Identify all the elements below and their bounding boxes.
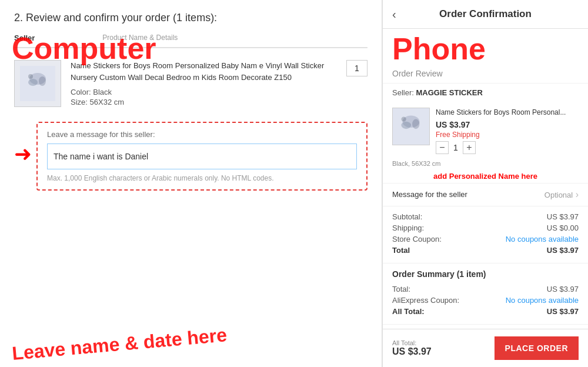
summary-total-row: Total: US $3.97 [392,285,579,293]
phone-product-image [392,108,430,145]
seller-label: Seller: [392,88,414,97]
phone-quantity: 1 [453,143,458,152]
svg-point-2 [28,79,38,86]
message-input[interactable]: The name i want is Daniel [47,144,357,169]
total-label: Total [392,246,410,255]
product-color: Color: Black [71,88,337,96]
left-panel: 2. Review and confirm your order (1 item… [0,0,382,367]
phone-product-price: US $3.97 [436,120,579,129]
subtotal-value: US $3.97 [547,212,579,221]
shipping-value: US $0.00 [547,223,579,232]
product-image-svg [20,66,55,101]
bottom-total-price: US $3.97 [392,346,432,357]
price-section: Subtotal: US $3.97 Shipping: US $0.00 St… [383,206,588,263]
summary-all-total-row: All Total: US $3.97 [392,307,579,316]
order-summary-header: Order Summary (1 item) [383,263,588,282]
svg-point-4 [28,74,33,79]
message-seller-label: Message for the seller [392,190,467,199]
seller-row: Seller: MAGGIE STICKER [383,83,588,102]
total-row: Total US $3.97 [392,246,579,255]
message-seller-row[interactable]: Message for the seller Optional › [383,183,588,206]
product-size: Size: 56X32 cm [71,98,337,106]
computer-annotation: Computer [12,31,156,66]
phone-product-info: Name Stickers for Boys Room Personal... … [436,108,579,154]
message-hint: Max. 1,000 English characters or Arabic … [47,174,357,182]
order-summary-section: Total: US $3.97 AliExpress Coupon: No co… [383,282,588,325]
summary-total-value: US $3.97 [547,285,579,293]
place-order-button[interactable]: PLACE ORDER [495,336,579,360]
summary-coupon-value: No coupons available [506,296,579,305]
svg-point-3 [39,76,46,86]
qty-decrease-button[interactable]: − [436,141,449,154]
product-details: Name Stickers for Boys Room Personalized… [71,60,337,108]
message-wrapper: ➜ Leave a message for this seller: The n… [14,117,368,191]
red-arrow-icon: ➜ [14,142,32,166]
phone-product-row: Name Stickers for Boys Room Personal... … [383,102,588,160]
right-panel: ‹ Order Confirmation Phone Order Review … [382,0,588,367]
shipping-label: Shipping: [392,223,424,232]
bottom-annotation: Leave name & date here [11,324,228,365]
subtotal-label: Subtotal: [392,212,422,221]
step-title: 2. Review and confirm your order (1 item… [14,12,368,24]
back-button[interactable]: ‹ [392,8,396,21]
subtotal-row: Subtotal: US $3.97 [392,212,579,221]
message-section: Leave a message for this seller: The nam… [36,122,368,191]
bottom-total-block: All Total: US $3.97 [392,339,432,357]
product-image [14,60,61,107]
coupon-row: Store Coupon: No coupons available [392,235,579,243]
bottom-bar: All Total: US $3.97 PLACE ORDER [383,329,588,367]
shipping-row: Shipping: US $0.00 [392,223,579,232]
quantity-box: 1 [346,60,368,76]
qty-increase-button[interactable]: + [463,141,476,154]
phone-annotation: Phone [383,29,588,66]
seller-name: MAGGIE STICKER [416,88,482,97]
coupon-value: No coupons available [506,235,579,243]
summary-all-total-value: US $3.97 [547,307,579,316]
phone-product-variant: Black, 56X32 cm [383,160,588,169]
svg-point-9 [401,116,406,121]
message-label: Leave a message for this seller: [47,130,357,139]
svg-point-8 [412,119,419,129]
summary-all-total-label: All Total: [392,307,425,316]
phone-product-image-svg [393,108,429,145]
svg-point-7 [401,122,411,129]
summary-coupon-row: AliExpress Coupon: No coupons available [392,296,579,305]
message-optional-label: Optional [544,191,573,199]
add-personalized-label: add Personalized Name here [383,169,588,183]
coupon-label: Store Coupon: [392,235,442,243]
summary-total-label: Total: [392,285,410,293]
bottom-total-label: All Total: [392,339,432,346]
summary-coupon-label: AliExpress Coupon: [392,296,459,305]
phone-shipping: Free Shipping [436,131,579,139]
phone-product-name: Name Stickers for Boys Room Personal... [436,108,579,118]
phone-qty-controls: − 1 + [436,141,579,154]
phone-header: ‹ Order Confirmation [383,0,588,29]
page-title: Order Confirmation [439,8,532,20]
chevron-right-icon: › [576,189,579,199]
total-value: US $3.97 [547,246,579,255]
order-review-label: Order Review [383,66,588,83]
